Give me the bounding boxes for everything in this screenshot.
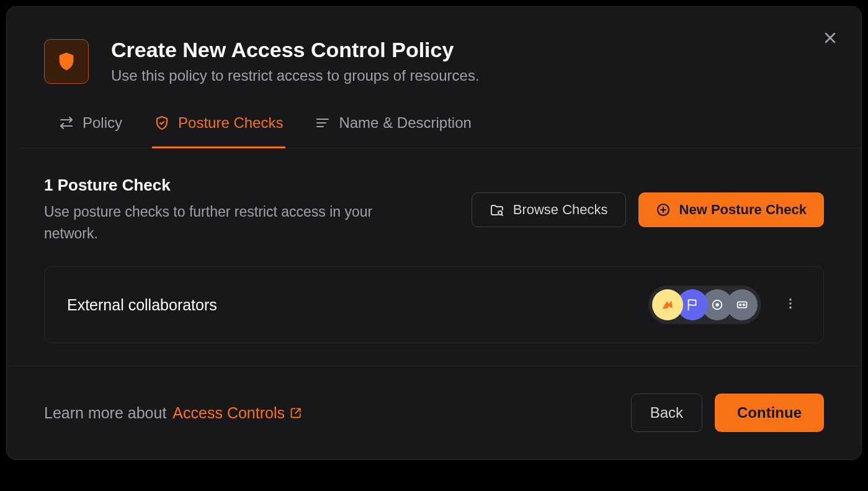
browse-checks-button[interactable]: Browse Checks <box>472 192 626 227</box>
lines-icon <box>315 115 330 130</box>
continue-button[interactable]: Continue <box>715 394 824 432</box>
arrows-icon <box>59 115 74 130</box>
tab-name-label: Name & Description <box>339 114 471 132</box>
learn-more-text: Learn more about <box>44 404 166 422</box>
back-label: Back <box>650 404 683 421</box>
new-posture-check-button[interactable]: New Posture Check <box>638 192 824 227</box>
svg-point-13 <box>743 304 745 305</box>
tab-name-description[interactable]: Name & Description <box>313 107 473 148</box>
svg-point-14 <box>789 299 792 301</box>
back-button[interactable]: Back <box>631 394 702 432</box>
close-icon <box>823 30 838 45</box>
more-vertical-icon <box>784 297 797 310</box>
svg-point-12 <box>740 304 741 305</box>
posture-check-row[interactable]: External collaborators <box>44 266 824 343</box>
tabs: Policy Posture Checks Name & Description <box>19 107 861 148</box>
tab-policy-label: Policy <box>83 114 122 132</box>
policy-shield-icon-box <box>44 39 89 84</box>
access-controls-link[interactable]: Access Controls <box>172 404 302 422</box>
section-description: Use posture checks to further restrict a… <box>44 201 429 244</box>
svg-rect-11 <box>738 302 747 307</box>
tab-policy[interactable]: Policy <box>56 107 125 148</box>
continue-label: Continue <box>737 404 802 421</box>
svg-point-15 <box>789 302 792 305</box>
external-link-icon <box>290 407 302 419</box>
check-indicators-group <box>648 286 761 324</box>
section-title: 1 Posture Check <box>44 176 429 195</box>
new-posture-label: New Posture Check <box>679 202 807 218</box>
dialog-subtitle: Use this policy to restrict access to gr… <box>111 67 480 84</box>
tab-posture-checks[interactable]: Posture Checks <box>152 107 285 148</box>
close-button[interactable] <box>819 27 841 49</box>
tab-posture-label: Posture Checks <box>178 114 283 132</box>
plus-circle-icon <box>656 202 671 217</box>
svg-point-16 <box>789 307 792 309</box>
dialog-title: Create New Access Control Policy <box>111 38 480 62</box>
create-policy-dialog: Create New Access Control Policy Use thi… <box>6 6 862 460</box>
netbird-indicator-icon <box>652 289 683 320</box>
svg-point-10 <box>716 304 718 306</box>
access-controls-link-label: Access Controls <box>172 404 285 422</box>
shield-icon <box>56 51 77 72</box>
posture-check-name: External collaborators <box>67 296 217 314</box>
browse-checks-label: Browse Checks <box>513 202 608 218</box>
folder-search-icon <box>490 202 504 217</box>
row-more-button[interactable] <box>780 293 801 317</box>
shield-check-icon <box>154 115 169 130</box>
